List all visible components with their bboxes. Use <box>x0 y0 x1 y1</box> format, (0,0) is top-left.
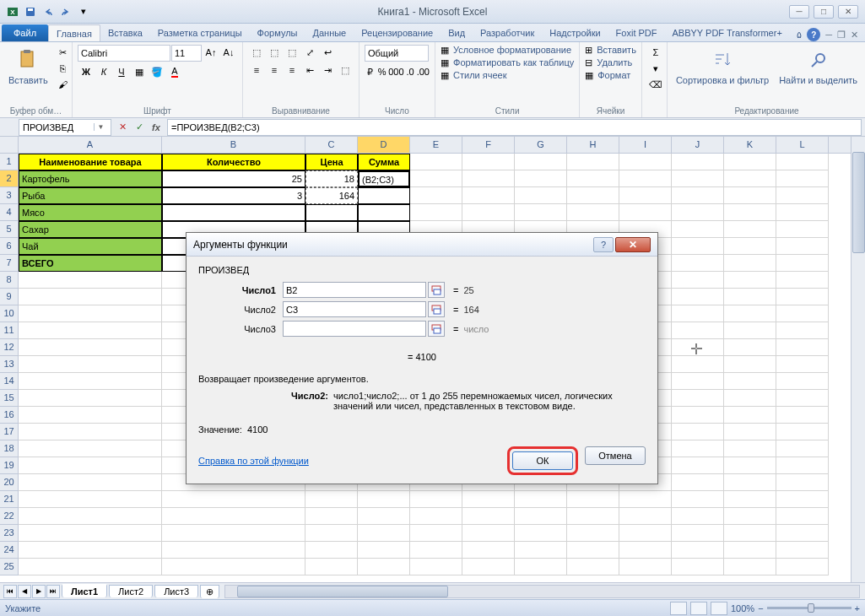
tab-insert[interactable]: Вставка <box>100 24 150 41</box>
cell-G22[interactable] <box>515 508 567 525</box>
name-box[interactable]: ПРОИЗВЕД▼ <box>19 119 111 136</box>
row-header-3[interactable]: 3 <box>0 187 19 204</box>
cell-L7[interactable] <box>776 255 829 272</box>
cell-B4[interactable] <box>162 204 305 221</box>
cell-A19[interactable] <box>19 457 162 474</box>
cell-G2[interactable] <box>515 170 567 187</box>
row-header-25[interactable]: 25 <box>0 559 19 575</box>
sort-filter-button[interactable]: Сортировка и фильтр <box>673 45 772 87</box>
vertical-scrollbar[interactable] <box>851 137 865 582</box>
undo-icon[interactable] <box>41 4 56 19</box>
help-icon[interactable]: ? <box>807 28 820 41</box>
cell-J21[interactable] <box>672 491 724 508</box>
row-header-17[interactable]: 17 <box>0 424 19 440</box>
cell-J14[interactable] <box>672 373 724 390</box>
cell-J23[interactable] <box>672 525 724 542</box>
column-header-D[interactable]: D <box>358 137 410 153</box>
cell-A3[interactable]: Рыба <box>19 187 162 204</box>
column-header-J[interactable]: J <box>672 137 724 153</box>
cell-A17[interactable] <box>19 424 162 440</box>
conditional-formatting-button[interactable]: ▦ Условное форматирование <box>441 45 574 56</box>
align-center-icon[interactable]: ≡ <box>266 62 283 78</box>
cell-L3[interactable] <box>776 187 829 204</box>
insert-function-icon[interactable]: fx <box>149 120 164 135</box>
cell-E3[interactable] <box>410 187 462 204</box>
arg3-ref-icon[interactable] <box>428 321 445 337</box>
comma-icon[interactable]: 000 <box>388 64 403 79</box>
cell-K21[interactable] <box>724 491 776 508</box>
cell-K2[interactable] <box>724 170 776 187</box>
cell-C4[interactable] <box>305 204 358 221</box>
window-close-icon[interactable]: ✕ <box>851 30 858 41</box>
cell-C23[interactable] <box>305 525 358 542</box>
find-select-button[interactable]: Найти и выделить <box>776 45 861 87</box>
cell-E2[interactable] <box>410 170 462 187</box>
insert-cells-button[interactable]: ⊞ Вставить <box>585 45 636 56</box>
row-header-12[interactable]: 12 <box>0 339 19 356</box>
cell-C22[interactable] <box>305 508 358 525</box>
arg1-input[interactable] <box>283 282 426 298</box>
column-header-B[interactable]: B <box>162 137 305 153</box>
cell-K7[interactable] <box>724 255 776 272</box>
row-header-19[interactable]: 19 <box>0 457 19 474</box>
fill-color-icon[interactable]: 🪣 <box>149 64 165 79</box>
cell-J6[interactable] <box>672 238 724 255</box>
cell-L16[interactable] <box>776 407 829 424</box>
row-header-15[interactable]: 15 <box>0 390 19 407</box>
cell-B22[interactable] <box>162 508 305 525</box>
cell-A5[interactable]: Сахар <box>19 221 162 238</box>
font-size-combo[interactable]: 11 <box>171 45 202 62</box>
cell-L17[interactable] <box>776 424 829 440</box>
cell-L1[interactable] <box>776 154 829 170</box>
normal-view-icon[interactable] <box>670 602 687 615</box>
cell-C3[interactable]: 164 <box>305 187 358 204</box>
cell-K4[interactable] <box>724 204 776 221</box>
cell-L12[interactable] <box>776 339 829 356</box>
cell-A9[interactable] <box>19 289 162 305</box>
row-header-16[interactable]: 16 <box>0 407 19 424</box>
decrease-indent-icon[interactable]: ⇤ <box>301 62 318 78</box>
underline-icon[interactable]: Ч <box>113 64 130 79</box>
cell-D1[interactable]: Сумма <box>358 154 410 170</box>
cell-K25[interactable] <box>724 559 776 575</box>
cell-A23[interactable] <box>19 525 162 542</box>
cell-K1[interactable] <box>724 154 776 170</box>
cell-B23[interactable] <box>162 525 305 542</box>
close-button[interactable]: ✕ <box>838 5 858 19</box>
window-restore-icon[interactable]: ❐ <box>837 30 846 41</box>
row-header-4[interactable]: 4 <box>0 204 19 221</box>
cell-I4[interactable] <box>619 204 672 221</box>
minimize-button[interactable]: ─ <box>789 5 809 19</box>
increase-decimal-icon[interactable]: .0 <box>405 64 416 79</box>
cell-L5[interactable] <box>776 221 829 238</box>
tab-review[interactable]: Рецензирование <box>354 24 441 41</box>
cell-L19[interactable] <box>776 457 829 474</box>
cell-F3[interactable] <box>462 187 515 204</box>
tab-developer[interactable]: Разработчик <box>473 24 542 41</box>
row-header-22[interactable]: 22 <box>0 508 19 525</box>
cell-G25[interactable] <box>515 559 567 575</box>
cell-L6[interactable] <box>776 238 829 255</box>
row-header-5[interactable]: 5 <box>0 221 19 238</box>
cell-H3[interactable] <box>567 187 619 204</box>
tab-layout[interactable]: Разметка страницы <box>150 24 250 41</box>
cell-A4[interactable]: Мясо <box>19 204 162 221</box>
cell-F25[interactable] <box>462 559 515 575</box>
cell-I25[interactable] <box>619 559 672 575</box>
align-bottom-icon[interactable]: ⬚ <box>284 45 300 60</box>
cell-D24[interactable] <box>358 542 410 559</box>
excel-icon[interactable]: X <box>5 4 20 19</box>
cell-L25[interactable] <box>776 559 829 575</box>
cell-A15[interactable] <box>19 390 162 407</box>
cell-F4[interactable] <box>462 204 515 221</box>
name-box-dropdown-icon[interactable]: ▼ <box>94 123 107 131</box>
sheet-nav-prev-icon[interactable]: ◀ <box>18 585 31 598</box>
column-header-C[interactable]: C <box>305 137 358 153</box>
cell-styles-button[interactable]: ▦ Стили ячеек <box>441 70 574 81</box>
column-header-A[interactable]: A <box>19 137 162 153</box>
cell-A10[interactable] <box>19 305 162 322</box>
tab-data[interactable]: Данные <box>305 24 354 41</box>
scrollbar-thumb[interactable] <box>852 152 865 253</box>
paste-button[interactable]: Вставить <box>5 45 51 87</box>
cell-E21[interactable] <box>410 491 462 508</box>
